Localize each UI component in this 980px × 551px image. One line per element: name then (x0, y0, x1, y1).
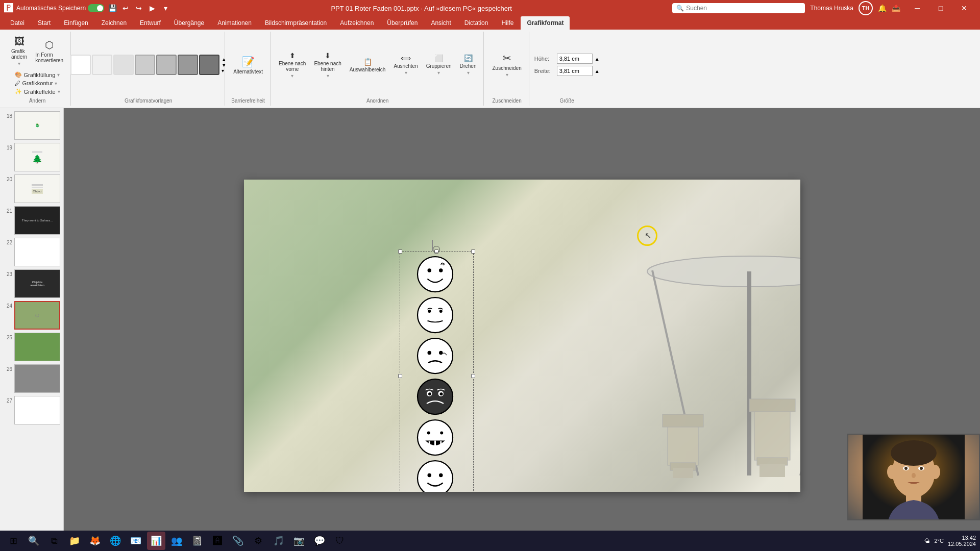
save-icon[interactable]: 💾 (107, 3, 117, 13)
preset-up[interactable]: ▲ (222, 57, 227, 62)
tab-hilfe[interactable]: Hilfe (495, 16, 520, 30)
handle-tr[interactable] (471, 249, 475, 254)
tab-datei[interactable]: Datei (4, 16, 31, 30)
tab-dictation[interactable]: Dictation (458, 16, 495, 30)
autosave-toggle[interactable]: Automatisches Speichern (16, 4, 104, 12)
slide-thumb-27[interactable] (14, 396, 60, 424)
rotate-handle[interactable] (433, 246, 440, 253)
app-camera[interactable]: 📷 (290, 532, 308, 550)
slide-thumb-25[interactable] (14, 333, 60, 361)
app-folder[interactable]: 📁 (65, 532, 84, 550)
minimize-button[interactable]: ─ (905, 0, 929, 16)
grafikfullung-expand[interactable]: ▾ (57, 72, 60, 78)
handle-tl[interactable] (398, 249, 402, 254)
slide-item-18[interactable]: 18 🐉 (2, 110, 61, 141)
ebene-vorne-expand[interactable]: ▾ (291, 73, 293, 79)
slide-thumb-19[interactable]: 🌲 (14, 143, 60, 171)
preset-6[interactable] (178, 55, 198, 75)
preset-5[interactable] (156, 55, 177, 75)
tab-zeichnen[interactable]: Zeichnen (95, 16, 133, 30)
app-settings2[interactable]: ⚙ (249, 532, 267, 550)
slide-item-26[interactable]: 26 (2, 363, 61, 394)
tab-aufzeichnen[interactable]: Aufzeichnen (334, 16, 380, 30)
tab-start[interactable]: Start (32, 16, 57, 30)
preset-3[interactable] (113, 55, 134, 75)
tab-einfugen[interactable]: Einfügen (58, 16, 94, 30)
tab-bildschirm[interactable]: Bildschirmpräsentation (259, 16, 333, 30)
zuschneiden-expand[interactable]: ▾ (506, 72, 508, 78)
gruppieren-expand[interactable]: ▾ (437, 70, 440, 76)
grafik-expand[interactable]: ▾ (18, 61, 20, 66)
app-chrome[interactable]: 🌐 (106, 532, 125, 550)
grafikkontur-expand[interactable]: ▾ (55, 81, 57, 86)
user-avatar[interactable]: TH (859, 1, 873, 15)
app-music[interactable]: 🎵 (270, 532, 288, 550)
app-chat[interactable]: 💬 (310, 532, 329, 550)
close-button[interactable]: ✕ (952, 0, 976, 16)
slide-thumb-26[interactable] (14, 364, 60, 393)
share-icon[interactable]: 📤 (892, 4, 900, 12)
slide-item-23[interactable]: 23 Objekteausrichten (2, 268, 61, 299)
inform-button[interactable]: ⬡ In Formkonvertieren (32, 37, 66, 65)
zuschneiden-button[interactable]: ✂ Zuschneiden ▾ (489, 50, 524, 80)
slide-canvas[interactable]: ↖ (244, 180, 800, 492)
app-clip[interactable]: 📎 (229, 532, 247, 550)
taskbar-search[interactable]: 🔍 (24, 532, 43, 550)
start-button[interactable]: ⊞ (4, 532, 22, 550)
drehen-button[interactable]: 🔄 Drehen ▾ (457, 52, 480, 78)
drehen-expand[interactable]: ▾ (467, 70, 470, 76)
slide-thumb-21[interactable]: They went to Sahara... (14, 206, 60, 235)
height-input[interactable] (557, 54, 593, 64)
height-spinner-up[interactable]: ▲ (595, 56, 600, 62)
search-bar[interactable]: 🔍 (672, 3, 805, 13)
present-icon[interactable]: ▶ (147, 3, 157, 13)
width-input[interactable] (557, 66, 593, 76)
slide-item-21[interactable]: 21 They went to Sahara... (2, 205, 61, 236)
auswahlbereich-button[interactable]: 📋 Auswahlbereich (347, 56, 389, 74)
tab-entwurf[interactable]: Entwurf (134, 16, 167, 30)
slide-item-24[interactable]: 24 ☺ (2, 300, 61, 331)
ebene-vorne-button[interactable]: ⬆ Ebene nachvorne ▾ (276, 49, 309, 81)
slide-item-19[interactable]: 19 🌲 (2, 142, 61, 172)
slide-thumb-18[interactable]: 🐉 (14, 111, 60, 140)
maximize-button[interactable]: □ (929, 0, 952, 16)
app-mail[interactable]: 📧 (127, 532, 145, 550)
ausrichten-button[interactable]: ⟺ Ausrichten ▾ (390, 52, 421, 78)
ebene-hinten-expand[interactable]: ▾ (327, 73, 329, 79)
ausrichten-expand[interactable]: ▾ (405, 70, 407, 76)
tab-uberprufen[interactable]: Überprüfen (381, 16, 424, 30)
app-firefox[interactable]: 🦊 (86, 532, 104, 550)
tab-ansicht[interactable]: Ansicht (425, 16, 457, 30)
slide-item-22[interactable]: 22 (2, 237, 61, 267)
ribbon-icon[interactable]: 🔔 (878, 4, 887, 12)
undo-icon[interactable]: ↩ (120, 3, 131, 13)
slide-thumb-23[interactable]: Objekteausrichten (14, 269, 60, 298)
preset-4[interactable] (135, 55, 155, 75)
app-word[interactable]: 🅰 (208, 532, 227, 550)
slide-item-27[interactable]: 27 (2, 395, 61, 425)
taskview-button[interactable]: ⧉ (45, 532, 63, 550)
width-spinner-up[interactable]: ▲ (595, 68, 600, 74)
more-icon[interactable]: ▾ (160, 3, 170, 13)
gruppieren-button[interactable]: ⬜ Gruppieren ▾ (423, 52, 455, 78)
app-onenote[interactable]: 📓 (188, 532, 206, 550)
tab-animationen[interactable]: Animationen (211, 16, 258, 30)
grafikeffekte-button[interactable]: ✨ Grafikeffekte ▾ (12, 87, 63, 96)
canvas-area[interactable]: ↖ (64, 108, 980, 551)
autosave-switch[interactable] (88, 4, 104, 12)
app-powerpoint[interactable]: 📊 (147, 532, 165, 550)
preset-1[interactable] (70, 55, 91, 75)
handle-mr[interactable] (471, 374, 475, 378)
slide-thumb-22[interactable] (14, 238, 60, 266)
slide-thumb-20[interactable]: Object (14, 174, 60, 203)
alternativtext-button[interactable]: 📝 Alternativtext (230, 54, 266, 77)
tab-ubergange[interactable]: Übergänge (168, 16, 210, 30)
search-input[interactable] (686, 5, 798, 12)
preset-down[interactable]: ▼ (222, 62, 227, 68)
grafikkontur-button[interactable]: 🖊 Grafikkontur ▾ (12, 79, 63, 87)
app-teams[interactable]: 👥 (167, 532, 186, 550)
slide-thumb-24[interactable]: ☺ (14, 301, 60, 330)
ebene-hinten-button[interactable]: ⬇ Ebene nachhinten ▾ (311, 49, 344, 81)
slide-item-20[interactable]: 20 Object (2, 173, 61, 204)
slide-item-25[interactable]: 25 (2, 332, 61, 362)
